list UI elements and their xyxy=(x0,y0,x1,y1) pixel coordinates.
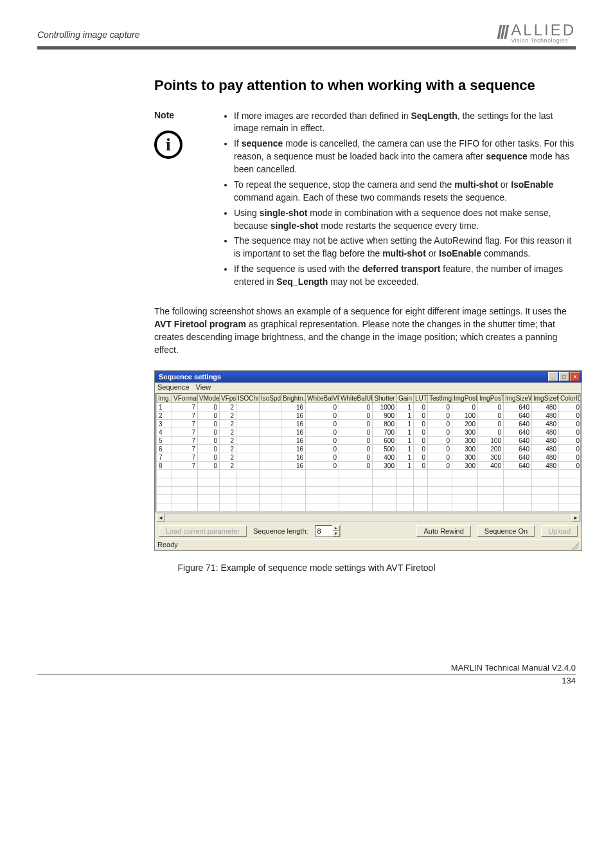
spin-up-button[interactable]: ▲ xyxy=(332,525,340,531)
manual-version: MARLIN Technical Manual V2.4.0 xyxy=(37,663,576,673)
table-row-empty[interactable] xyxy=(157,503,582,512)
table-row[interactable]: 670216005001003002006404800200 xyxy=(157,445,582,453)
note-item: The sequence may not be active when sett… xyxy=(234,235,576,260)
table-row[interactable]: 4702160070010030006404800200 xyxy=(157,428,582,437)
col-whitebalub[interactable]: WhiteBalUB xyxy=(339,394,373,403)
resize-grip-icon[interactable] xyxy=(570,541,579,550)
load-current-parameter-button[interactable]: Load current parameter xyxy=(159,525,247,537)
table-row-empty[interactable] xyxy=(157,487,582,495)
table-row-empty[interactable] xyxy=(157,478,582,487)
section-title: Points to pay attention to when working … xyxy=(154,77,576,95)
note-item: If sequence mode is cancelled, the camer… xyxy=(234,138,576,176)
col-imgposl[interactable]: ImgPosL xyxy=(452,394,478,403)
logo-slashes-icon: /// xyxy=(497,22,507,44)
note-item: Using single-shot mode in combination wi… xyxy=(234,207,576,233)
header-rule xyxy=(37,46,576,50)
note-label: Note xyxy=(154,110,199,120)
table-row[interactable]: 3702160080010020006404800200 xyxy=(157,420,582,428)
sequence-table-wrap: Img.VFormatVModeVFpsISOChnIsoSpdBrightn.… xyxy=(155,393,581,512)
sequence-length-label: Sequence length: xyxy=(253,527,308,535)
sequence-length-input[interactable] xyxy=(315,527,332,535)
menubar[interactable]: SequenceView xyxy=(155,383,582,392)
sequence-on-button[interactable]: Sequence On xyxy=(477,525,535,537)
col-imgsizew[interactable]: ImgSizeW xyxy=(504,394,532,403)
close-button[interactable]: × xyxy=(570,372,580,381)
upload-button[interactable]: Upload xyxy=(541,525,578,537)
col-testimg[interactable]: TestImg xyxy=(428,394,452,403)
sequence-settings-window: Sequence settings _ □ × SequenceView Img… xyxy=(154,370,582,551)
maximize-button[interactable]: □ xyxy=(559,372,569,381)
breadcrumb: Controlling image capture xyxy=(37,30,140,44)
info-icon: i xyxy=(154,131,182,159)
note-item: To repeat the sequence, stop the camera … xyxy=(234,179,576,204)
col-isospd[interactable]: IsoSpd xyxy=(260,394,281,403)
page-number: 134 xyxy=(37,674,576,685)
table-row[interactable]: 770216004001003003006404800200 xyxy=(157,453,582,462)
intro-paragraph: The following screenshot shows an exampl… xyxy=(154,305,576,357)
minimize-button[interactable]: _ xyxy=(548,372,558,381)
table-row-empty[interactable] xyxy=(157,470,582,478)
col-vfps[interactable]: VFps xyxy=(220,394,236,403)
col-gain[interactable]: Gain xyxy=(397,394,414,403)
h-scrollbar[interactable]: ◄ ► xyxy=(155,513,581,522)
col-brightn[interactable]: Brightn. xyxy=(281,394,306,403)
auto-rewind-button[interactable]: Auto Rewind xyxy=(416,525,470,537)
table-row-empty[interactable] xyxy=(157,495,582,503)
logo-sub: Vision Technologies xyxy=(511,38,576,44)
spin-down-button[interactable]: ▼ xyxy=(332,531,340,537)
col-imgsizeh[interactable]: ImgSizeH xyxy=(532,394,559,403)
table-row[interactable]: 870216003001003004006404800200 xyxy=(157,462,582,470)
window-titlebar[interactable]: Sequence settings _ □ × xyxy=(155,371,582,383)
col-shutter[interactable]: Shutter xyxy=(373,394,397,403)
brand-logo: /// ALLIED Vision Technologies xyxy=(497,22,576,44)
logo-main: ALLIED xyxy=(511,23,576,38)
scroll-left-button[interactable]: ◄ xyxy=(156,514,165,521)
note-item: If more images are recorded than defined… xyxy=(234,110,576,136)
col-isochn[interactable]: ISOChn xyxy=(236,394,260,403)
window-title: Sequence settings xyxy=(159,373,221,381)
sequence-table[interactable]: Img.VFormatVModeVFpsISOChnIsoSpdBrightn.… xyxy=(156,393,581,512)
table-row[interactable]: 170216001000100006404800200 xyxy=(157,403,582,411)
status-text: Ready xyxy=(157,541,178,550)
menu-sequence[interactable]: Sequence xyxy=(157,383,190,391)
col-lut[interactable]: LUT xyxy=(414,394,428,403)
sequence-length-stepper[interactable]: ▲ ▼ xyxy=(315,525,341,537)
col-img[interactable]: Img. xyxy=(157,394,172,403)
col-whitebalvr[interactable]: WhiteBalVR xyxy=(306,394,339,403)
col-imgpost[interactable]: ImgPosT xyxy=(478,394,504,403)
note-item: If the sequence is used with the deferre… xyxy=(234,263,576,289)
table-row[interactable]: 570216006001003001006404800200 xyxy=(157,437,582,445)
col-colorid[interactable]: ColorID xyxy=(559,394,582,403)
note-list: If more images are recorded than defined… xyxy=(222,110,576,291)
figure-caption: Figure 71: Example of sequence mode sett… xyxy=(37,563,576,573)
col-vformat[interactable]: VFormat xyxy=(172,394,198,403)
table-row[interactable]: 2702160090010010006404800200 xyxy=(157,411,582,420)
scroll-right-button[interactable]: ► xyxy=(571,514,580,521)
col-vmode[interactable]: VMode xyxy=(198,394,220,403)
menu-view[interactable]: View xyxy=(196,383,211,391)
